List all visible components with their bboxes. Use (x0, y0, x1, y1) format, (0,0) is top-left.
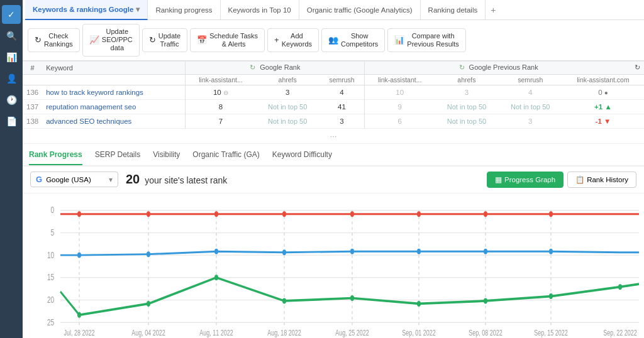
la-prev-cell: 9 (365, 99, 435, 114)
svg-point-31 (147, 211, 150, 217)
tab-organic-traffic[interactable]: Organic traffic (Google Analytics) (299, 0, 421, 20)
search-icon: 🔍 (6, 31, 17, 41)
rank-history-button[interactable]: 📋 Rank History (567, 172, 636, 188)
la-com-cell: 0 ● (562, 85, 644, 99)
svg-point-44 (484, 248, 487, 254)
semrush-prev-cell: Not in top 50 (499, 99, 562, 114)
rank-chart: 0 5 10 15 20 25 Jul, 28 2022 Aug, 04 202… (23, 194, 644, 338)
update-traffic-button[interactable]: ↻ UpdateTraffic (142, 28, 187, 52)
compare-results-button[interactable]: 📊 Compare withPrevious Results (387, 28, 466, 52)
sub-col-semrush: semrush (319, 74, 365, 85)
tab-keywords-rankings[interactable]: Keywords & rankings Google ▾ (25, 0, 148, 20)
refresh-prev-rank-icon[interactable]: ↻ (459, 63, 465, 71)
table-row: 137 reputation management seo 8 Not in t… (23, 99, 644, 114)
svg-text:Sep, 22 2022: Sep, 22 2022 (603, 328, 637, 337)
dashboard-icon: ✓ (8, 9, 15, 19)
sub-col-ahrefs: ahrefs (256, 74, 319, 85)
svg-point-43 (417, 248, 421, 254)
col-num: # (23, 61, 42, 74)
calendar-icon: 📅 (197, 35, 207, 45)
main-content: Keywords & rankings Google ▾ Ranking pro… (23, 0, 644, 338)
tab-bar: Keywords & rankings Google ▾ Ranking pro… (23, 0, 644, 20)
svg-text:20: 20 (47, 295, 54, 305)
tab-keyword-difficulty[interactable]: Keyword Difficulty (272, 145, 332, 165)
svg-point-32 (214, 211, 218, 217)
seo-icon: 📈 (89, 35, 99, 45)
sidebar-item-user[interactable]: 👤 (2, 69, 21, 88)
svg-point-45 (549, 248, 553, 254)
sidebar-item-clock[interactable]: 🕐 (2, 90, 21, 109)
semrush-rank-cell: 3 (319, 114, 365, 128)
update-seo-button[interactable]: 📈 UpdateSEO/PPCdata (82, 24, 140, 57)
check-rankings-button[interactable]: ↻ CheckRankings (28, 28, 80, 52)
tab-rank-progress[interactable]: Rank Progress (29, 145, 82, 165)
user-icon: 👤 (6, 74, 17, 84)
sub-col-ahrefs2: ahrefs (435, 74, 498, 85)
keyword-cell[interactable]: reputation management seo (42, 99, 186, 114)
svg-point-34 (350, 211, 354, 217)
svg-text:0: 0 (50, 205, 54, 215)
progress-graph-button[interactable]: ▦ Progress Graph (487, 172, 564, 188)
tab-ranking-details[interactable]: Ranking details (421, 0, 486, 20)
svg-point-54 (618, 284, 622, 290)
sidebar-item-dashboard[interactable]: ✓ (2, 5, 21, 24)
tab-ranking-progress[interactable]: Ranking progress (148, 0, 220, 20)
svg-point-36 (484, 211, 487, 217)
plus-icon: + (274, 35, 279, 45)
traffic-icon: ↻ (149, 35, 156, 45)
compare-icon: 📊 (394, 35, 404, 45)
sub-col-la-com: link-assistant.com (562, 74, 644, 85)
svg-point-39 (147, 251, 150, 257)
sidebar-item-search[interactable]: 🔍 (2, 26, 21, 45)
svg-point-46 (77, 312, 81, 317)
show-competitors-button[interactable]: 👥 ShowCompetitors (321, 28, 385, 52)
sub-col-link-assistant: link-assistant... (186, 74, 256, 85)
tab-visibility[interactable]: Visibility (153, 145, 180, 165)
col-google-rank-group: ↻ Google Rank (186, 61, 365, 74)
google-select[interactable]: G Google (USA) ▾ (30, 172, 118, 187)
sub-col-num (23, 74, 42, 85)
svg-point-30 (77, 211, 81, 217)
svg-point-50 (350, 295, 354, 301)
tab-organic-traffic-ga[interactable]: Organic Traffic (GA) (192, 145, 259, 165)
svg-point-37 (549, 211, 553, 217)
google-g-icon: G (36, 175, 42, 184)
svg-point-51 (417, 301, 421, 307)
chart-icon: 📊 (6, 52, 17, 62)
prev-rank-refresh-right-icon[interactable]: ↻ (635, 63, 640, 72)
la-prev-cell: 10 (365, 85, 435, 99)
refresh-google-rank-icon[interactable]: ↻ (250, 63, 255, 71)
svg-text:Sep, 08 2022: Sep, 08 2022 (469, 328, 502, 337)
schedule-tasks-button[interactable]: 📅 Schedule Tasks& Alerts (190, 28, 265, 52)
tab-keywords-top10[interactable]: Keywords in Top 10 (221, 0, 299, 20)
row-num: 137 (23, 99, 42, 114)
semrush-prev-cell: 4 (499, 85, 562, 99)
sidebar-item-doc[interactable]: 📄 (2, 112, 21, 131)
la-com-cell: +1 ▲ (562, 99, 644, 114)
keyword-cell[interactable]: advanced SEO techniques (42, 114, 186, 128)
sub-col-keyword (42, 74, 186, 85)
semrush-prev-cell: 3 (499, 114, 562, 128)
chart-buttons: ▦ Progress Graph 📋 Rank History (487, 172, 636, 188)
add-keywords-button[interactable]: + AddKeywords (267, 28, 319, 52)
svg-text:Aug, 04 2022: Aug, 04 2022 (131, 328, 165, 337)
svg-point-49 (282, 298, 286, 303)
ahrefs-rank-cell: Not in top 50 (256, 99, 319, 114)
doc-icon: 📄 (6, 116, 17, 126)
select-dropdown-icon: ▾ (109, 175, 113, 184)
svg-point-38 (77, 252, 81, 258)
tab-serp-details[interactable]: SERP Details (95, 145, 140, 165)
history-icon: 📋 (575, 175, 584, 184)
svg-point-40 (214, 248, 218, 254)
row-num: 138 (23, 114, 42, 128)
col-google-prev-rank-group: ↻ Google Previous Rank ↻ (365, 61, 644, 74)
svg-point-42 (350, 248, 354, 254)
minus-icon: ⊖ (223, 89, 228, 96)
sub-col-la2: link-assistant... (365, 74, 435, 85)
ahrefs-prev-cell: Not in top 50 (435, 99, 498, 114)
svg-point-35 (417, 211, 421, 217)
tab-add-button[interactable]: + (486, 5, 501, 15)
sidebar-item-chart[interactable]: 📊 (2, 48, 21, 67)
tab-dropdown-icon[interactable]: ▾ (136, 5, 140, 14)
keyword-cell[interactable]: how to track keyword rankings (42, 85, 186, 99)
